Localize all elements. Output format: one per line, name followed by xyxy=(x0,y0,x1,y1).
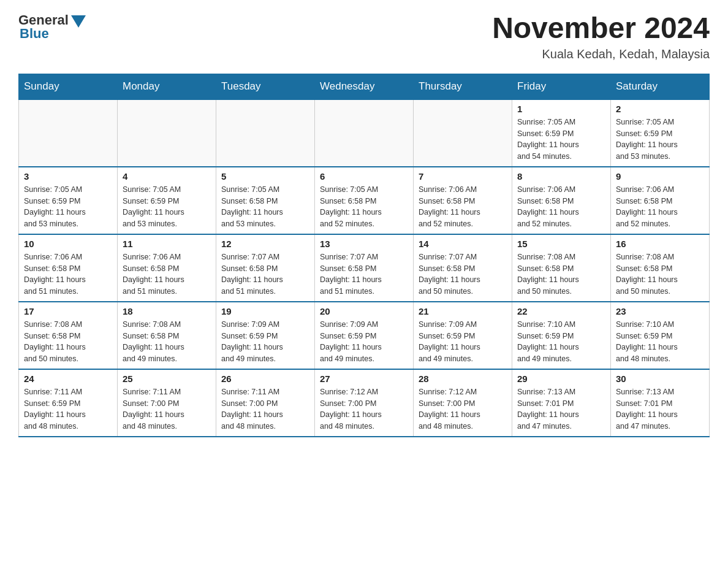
calendar-day-cell xyxy=(414,99,512,167)
day-of-week-header: Friday xyxy=(512,74,611,99)
day-sun-info: Sunrise: 7:09 AM Sunset: 6:59 PM Dayligh… xyxy=(320,319,408,365)
day-of-week-header: Wednesday xyxy=(315,74,414,99)
page-header: General Blue November 2024 Kuala Kedah, … xyxy=(18,12,710,61)
day-of-week-header: Tuesday xyxy=(216,74,315,99)
calendar-day-cell: 23Sunrise: 7:10 AM Sunset: 6:59 PM Dayli… xyxy=(611,302,710,369)
day-sun-info: Sunrise: 7:05 AM Sunset: 6:58 PM Dayligh… xyxy=(221,184,309,230)
day-sun-info: Sunrise: 7:05 AM Sunset: 6:58 PM Dayligh… xyxy=(320,184,408,230)
calendar-day-cell: 11Sunrise: 7:06 AM Sunset: 6:58 PM Dayli… xyxy=(118,234,216,302)
day-number: 13 xyxy=(320,239,408,249)
day-sun-info: Sunrise: 7:09 AM Sunset: 6:59 PM Dayligh… xyxy=(419,319,507,365)
calendar-day-cell: 3Sunrise: 7:05 AM Sunset: 6:59 PM Daylig… xyxy=(19,167,118,234)
day-number: 28 xyxy=(419,373,507,384)
day-sun-info: Sunrise: 7:08 AM Sunset: 6:58 PM Dayligh… xyxy=(616,251,704,297)
calendar-day-cell: 4Sunrise: 7:05 AM Sunset: 6:59 PM Daylig… xyxy=(118,167,216,234)
day-sun-info: Sunrise: 7:10 AM Sunset: 6:59 PM Dayligh… xyxy=(517,319,605,365)
calendar-day-cell: 19Sunrise: 7:09 AM Sunset: 6:59 PM Dayli… xyxy=(216,302,315,369)
day-sun-info: Sunrise: 7:08 AM Sunset: 6:58 PM Dayligh… xyxy=(517,251,605,297)
calendar-day-cell xyxy=(315,99,414,167)
calendar-day-cell: 20Sunrise: 7:09 AM Sunset: 6:59 PM Dayli… xyxy=(315,302,414,369)
calendar-week-row: 3Sunrise: 7:05 AM Sunset: 6:59 PM Daylig… xyxy=(19,167,710,234)
calendar-header-row: SundayMondayTuesdayWednesdayThursdayFrid… xyxy=(19,74,710,99)
day-sun-info: Sunrise: 7:05 AM Sunset: 6:59 PM Dayligh… xyxy=(123,184,211,230)
calendar-day-cell: 21Sunrise: 7:09 AM Sunset: 6:59 PM Dayli… xyxy=(414,302,512,369)
day-sun-info: Sunrise: 7:11 AM Sunset: 7:00 PM Dayligh… xyxy=(123,386,211,432)
day-number: 27 xyxy=(320,373,408,384)
day-of-week-header: Thursday xyxy=(414,74,512,99)
location-subtitle: Kuala Kedah, Kedah, Malaysia xyxy=(492,47,710,61)
month-title: November 2024 xyxy=(492,12,710,45)
day-sun-info: Sunrise: 7:05 AM Sunset: 6:59 PM Dayligh… xyxy=(24,184,112,230)
day-number: 23 xyxy=(616,306,704,316)
calendar-day-cell: 2Sunrise: 7:05 AM Sunset: 6:59 PM Daylig… xyxy=(611,99,710,167)
calendar-week-row: 1Sunrise: 7:05 AM Sunset: 6:59 PM Daylig… xyxy=(19,99,710,167)
day-number: 16 xyxy=(616,239,704,249)
calendar-week-row: 17Sunrise: 7:08 AM Sunset: 6:58 PM Dayli… xyxy=(19,302,710,369)
calendar-day-cell xyxy=(118,99,216,167)
calendar-day-cell: 24Sunrise: 7:11 AM Sunset: 6:59 PM Dayli… xyxy=(19,369,118,437)
day-number: 24 xyxy=(24,373,112,384)
day-number: 10 xyxy=(24,239,112,249)
calendar-table: SundayMondayTuesdayWednesdayThursdayFrid… xyxy=(18,74,710,437)
calendar-day-cell: 9Sunrise: 7:06 AM Sunset: 6:58 PM Daylig… xyxy=(611,167,710,234)
day-sun-info: Sunrise: 7:06 AM Sunset: 6:58 PM Dayligh… xyxy=(517,184,605,230)
day-sun-info: Sunrise: 7:11 AM Sunset: 6:59 PM Dayligh… xyxy=(24,386,112,432)
logo-blue-text: Blue xyxy=(20,26,49,42)
day-number: 19 xyxy=(221,306,309,316)
calendar-day-cell: 10Sunrise: 7:06 AM Sunset: 6:58 PM Dayli… xyxy=(19,234,118,302)
calendar-day-cell: 18Sunrise: 7:08 AM Sunset: 6:58 PM Dayli… xyxy=(118,302,216,369)
title-area: November 2024 Kuala Kedah, Kedah, Malays… xyxy=(492,12,710,61)
calendar-day-cell: 22Sunrise: 7:10 AM Sunset: 6:59 PM Dayli… xyxy=(512,302,611,369)
day-sun-info: Sunrise: 7:05 AM Sunset: 6:59 PM Dayligh… xyxy=(517,117,605,163)
day-number: 20 xyxy=(320,306,408,316)
day-sun-info: Sunrise: 7:08 AM Sunset: 6:58 PM Dayligh… xyxy=(123,319,211,365)
day-sun-info: Sunrise: 7:06 AM Sunset: 6:58 PM Dayligh… xyxy=(123,251,211,297)
day-number: 14 xyxy=(419,239,507,249)
calendar-day-cell: 8Sunrise: 7:06 AM Sunset: 6:58 PM Daylig… xyxy=(512,167,611,234)
day-sun-info: Sunrise: 7:09 AM Sunset: 6:59 PM Dayligh… xyxy=(221,319,309,365)
calendar-day-cell: 6Sunrise: 7:05 AM Sunset: 6:58 PM Daylig… xyxy=(315,167,414,234)
day-number: 22 xyxy=(517,306,605,316)
day-of-week-header: Monday xyxy=(118,74,216,99)
day-sun-info: Sunrise: 7:12 AM Sunset: 7:00 PM Dayligh… xyxy=(419,386,507,432)
day-sun-info: Sunrise: 7:07 AM Sunset: 6:58 PM Dayligh… xyxy=(320,251,408,297)
day-number: 4 xyxy=(123,171,211,182)
day-of-week-header: Saturday xyxy=(611,74,710,99)
day-number: 17 xyxy=(24,306,112,316)
day-sun-info: Sunrise: 7:06 AM Sunset: 6:58 PM Dayligh… xyxy=(419,184,507,230)
calendar-day-cell: 13Sunrise: 7:07 AM Sunset: 6:58 PM Dayli… xyxy=(315,234,414,302)
calendar-day-cell: 28Sunrise: 7:12 AM Sunset: 7:00 PM Dayli… xyxy=(414,369,512,437)
logo: General Blue xyxy=(18,12,86,42)
calendar-day-cell: 14Sunrise: 7:07 AM Sunset: 6:58 PM Dayli… xyxy=(414,234,512,302)
calendar-day-cell: 15Sunrise: 7:08 AM Sunset: 6:58 PM Dayli… xyxy=(512,234,611,302)
day-number: 15 xyxy=(517,239,605,249)
day-sun-info: Sunrise: 7:05 AM Sunset: 6:59 PM Dayligh… xyxy=(616,117,704,163)
day-number: 7 xyxy=(419,171,507,182)
calendar-week-row: 24Sunrise: 7:11 AM Sunset: 6:59 PM Dayli… xyxy=(19,369,710,437)
calendar-day-cell: 16Sunrise: 7:08 AM Sunset: 6:58 PM Dayli… xyxy=(611,234,710,302)
calendar-day-cell: 29Sunrise: 7:13 AM Sunset: 7:01 PM Dayli… xyxy=(512,369,611,437)
day-sun-info: Sunrise: 7:11 AM Sunset: 7:00 PM Dayligh… xyxy=(221,386,309,432)
day-sun-info: Sunrise: 7:13 AM Sunset: 7:01 PM Dayligh… xyxy=(616,386,704,432)
logo-triangle-icon xyxy=(71,15,86,28)
day-number: 11 xyxy=(123,239,211,249)
calendar-day-cell: 7Sunrise: 7:06 AM Sunset: 6:58 PM Daylig… xyxy=(414,167,512,234)
calendar-day-cell: 1Sunrise: 7:05 AM Sunset: 6:59 PM Daylig… xyxy=(512,99,611,167)
day-sun-info: Sunrise: 7:06 AM Sunset: 6:58 PM Dayligh… xyxy=(616,184,704,230)
day-number: 12 xyxy=(221,239,309,249)
day-of-week-header: Sunday xyxy=(19,74,118,99)
calendar-day-cell: 17Sunrise: 7:08 AM Sunset: 6:58 PM Dayli… xyxy=(19,302,118,369)
day-sun-info: Sunrise: 7:06 AM Sunset: 6:58 PM Dayligh… xyxy=(24,251,112,297)
day-number: 3 xyxy=(24,171,112,182)
calendar-day-cell: 12Sunrise: 7:07 AM Sunset: 6:58 PM Dayli… xyxy=(216,234,315,302)
day-sun-info: Sunrise: 7:12 AM Sunset: 7:00 PM Dayligh… xyxy=(320,386,408,432)
day-sun-info: Sunrise: 7:08 AM Sunset: 6:58 PM Dayligh… xyxy=(24,319,112,365)
day-sun-info: Sunrise: 7:10 AM Sunset: 6:59 PM Dayligh… xyxy=(616,319,704,365)
day-number: 8 xyxy=(517,171,605,182)
calendar-day-cell: 25Sunrise: 7:11 AM Sunset: 7:00 PM Dayli… xyxy=(118,369,216,437)
calendar-week-row: 10Sunrise: 7:06 AM Sunset: 6:58 PM Dayli… xyxy=(19,234,710,302)
calendar-day-cell: 30Sunrise: 7:13 AM Sunset: 7:01 PM Dayli… xyxy=(611,369,710,437)
calendar-day-cell: 5Sunrise: 7:05 AM Sunset: 6:58 PM Daylig… xyxy=(216,167,315,234)
day-sun-info: Sunrise: 7:07 AM Sunset: 6:58 PM Dayligh… xyxy=(419,251,507,297)
day-number: 21 xyxy=(419,306,507,316)
